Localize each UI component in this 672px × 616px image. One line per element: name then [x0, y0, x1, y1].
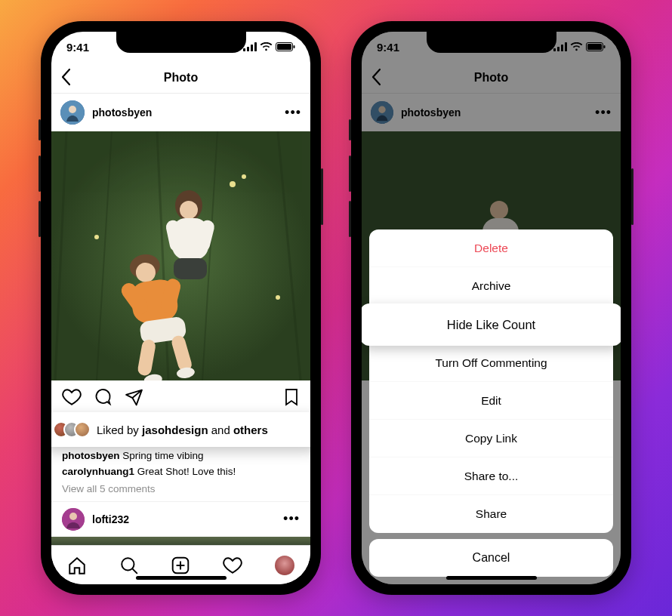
like-button[interactable]: [62, 388, 82, 406]
svg-rect-1: [247, 47, 249, 51]
notch: [116, 32, 246, 53]
post-more-button[interactable]: •••: [285, 105, 301, 121]
action-cancel[interactable]: Cancel: [369, 539, 613, 577]
svg-line-38: [132, 568, 137, 574]
author-avatar[interactable]: [60, 100, 85, 125]
battery-icon: [276, 42, 295, 51]
post-image[interactable]: [51, 131, 310, 380]
next-post-peek: [51, 537, 310, 545]
action-sheet: Delete Archive Hide Like Count Turn Off …: [369, 229, 613, 577]
author-username[interactable]: photosbyen: [92, 106, 277, 119]
nav-header: Photo: [51, 62, 310, 94]
cellular-icon: [243, 42, 257, 51]
suggestion-row: lofti232 •••: [51, 501, 310, 537]
page-title: Photo: [164, 71, 198, 85]
liker-avatar: [74, 421, 91, 438]
action-share-to[interactable]: Share to...: [369, 457, 613, 495]
caption-author[interactable]: photosbyen: [62, 450, 120, 461]
comment-author[interactable]: carolynhuang1: [62, 466, 134, 477]
nav-home-icon[interactable]: [67, 556, 87, 575]
action-copy-link[interactable]: Copy Link: [369, 420, 613, 457]
svg-rect-0: [243, 48, 245, 51]
action-edit[interactable]: Edit: [369, 382, 613, 420]
likes-summary-pill[interactable]: Liked by jasohdesign and others: [51, 412, 310, 447]
action-hide-like-count[interactable]: Hide Like Count: [362, 303, 621, 346]
svg-point-33: [94, 235, 99, 239]
action-share[interactable]: Share: [369, 495, 613, 533]
nav-activity-icon[interactable]: [223, 556, 242, 574]
wifi-icon: [260, 42, 273, 51]
post-action-row: [51, 380, 310, 414]
caption-block: photosbyen Spring time vibing carolynhua…: [51, 448, 310, 501]
svg-point-37: [122, 558, 134, 570]
home-indicator[interactable]: [136, 576, 227, 580]
liker-avatars: [53, 421, 91, 438]
phone-right: 9:41 Photo photosbyen •••: [351, 21, 631, 595]
svg-point-8: [69, 106, 76, 113]
svg-rect-20: [174, 258, 207, 279]
action-turn-off-commenting[interactable]: Turn Off Commenting: [369, 344, 613, 382]
svg-rect-2: [251, 45, 253, 51]
home-indicator[interactable]: [446, 576, 537, 580]
svg-rect-6: [294, 45, 295, 48]
back-button[interactable]: [60, 68, 71, 89]
comment-button[interactable]: [94, 388, 113, 406]
screen: 9:41 Photo photosbyen •••: [362, 32, 621, 584]
nav-search-icon[interactable]: [119, 556, 139, 575]
action-sheet-card: Delete Archive Hide Like Count Turn Off …: [369, 229, 613, 533]
svg-point-36: [69, 513, 77, 520]
svg-point-16: [180, 201, 198, 219]
svg-point-31: [230, 181, 236, 187]
screen: 9:41 Photo photosby: [51, 32, 310, 584]
caption-text: Spring time vibing: [122, 450, 203, 461]
svg-rect-5: [277, 44, 291, 50]
view-all-comments[interactable]: View all 5 comments: [62, 482, 300, 497]
share-button[interactable]: [125, 388, 143, 406]
action-delete[interactable]: Delete: [369, 229, 613, 267]
nav-new-post-icon[interactable]: [171, 556, 190, 575]
status-time: 9:41: [66, 41, 89, 54]
phone-left: 9:41 Photo photosby: [41, 21, 321, 595]
svg-point-32: [242, 174, 246, 179]
svg-rect-3: [254, 42, 257, 51]
bookmark-button[interactable]: [283, 388, 300, 406]
svg-point-34: [276, 295, 280, 300]
suggestion-avatar[interactable]: [62, 508, 85, 531]
suggestion-username[interactable]: lofti232: [92, 513, 276, 525]
action-archive[interactable]: Archive: [369, 267, 613, 305]
comment-text: Great Shot! Love this!: [137, 466, 236, 477]
post-header: photosbyen •••: [51, 94, 310, 131]
notch: [427, 32, 556, 53]
likes-text: Liked by jasohdesign and others: [97, 424, 268, 436]
nav-profile-avatar[interactable]: [275, 556, 294, 575]
suggestion-more-button[interactable]: •••: [283, 511, 300, 527]
